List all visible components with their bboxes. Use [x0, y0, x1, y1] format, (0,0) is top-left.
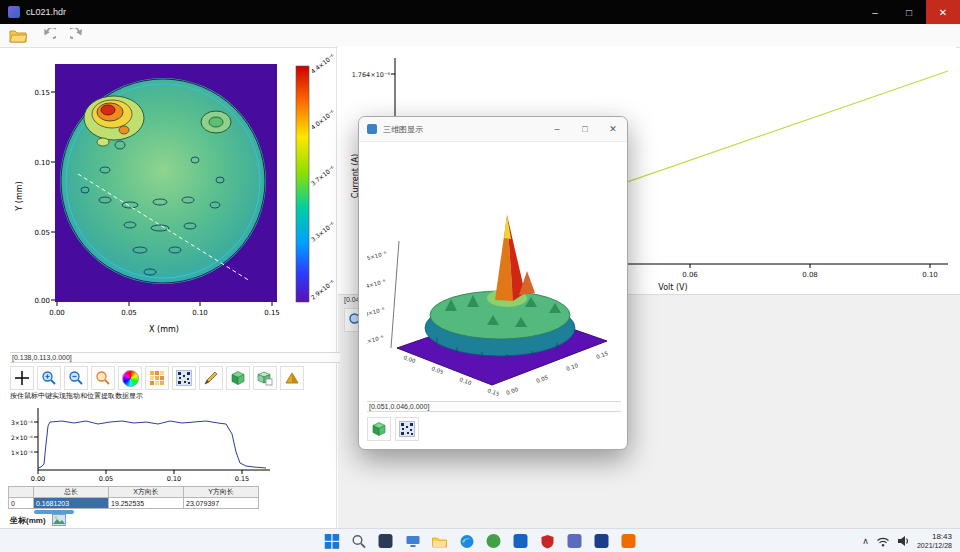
pencil-icon: [203, 370, 219, 386]
surface-gold-button[interactable]: [280, 366, 304, 390]
x3d-tick: 0.05: [431, 365, 445, 375]
color-wheel-icon: [122, 370, 139, 387]
window-3d-title: 三维图显示: [383, 124, 423, 135]
contour-xtick: 0.00: [49, 309, 65, 317]
colorbar-tick: 2.9×10⁻⁶: [309, 278, 336, 301]
window-3d-cube-button[interactable]: [367, 417, 391, 441]
profile-ytick: 1×10⁻⁶: [11, 449, 34, 456]
undo-arrow-icon: [40, 28, 56, 44]
taskbar-app-navy[interactable]: [593, 532, 611, 550]
palette-grid-icon: [149, 370, 165, 386]
open-file-button[interactable]: [6, 25, 30, 47]
image-thumbnail-icon[interactable]: [52, 514, 66, 526]
navy-app-icon: [595, 534, 609, 548]
volume-icon[interactable]: [897, 535, 910, 547]
contour-xtick: 0.15: [264, 309, 280, 317]
table-cell[interactable]: 19.252535: [109, 498, 184, 509]
cursor-position-readout: [0.138,0.113,0.000]: [10, 352, 340, 363]
window-3d-toolbar: [367, 417, 419, 441]
zoom-in-icon: [41, 370, 57, 386]
taskbar-app-monitor[interactable]: [404, 532, 422, 550]
z-tick: 4×10⁻⁶: [367, 278, 387, 289]
green-app-icon: [487, 534, 501, 548]
iv-xtick-label: 0.06: [682, 271, 698, 279]
peak-highlight: [504, 215, 511, 239]
taskbar-search[interactable]: [350, 532, 368, 550]
contour-ytick: 0.15: [34, 89, 50, 97]
zoom-out-button[interactable]: [64, 366, 88, 390]
copy-3d-button[interactable]: [253, 366, 277, 390]
profile-plot[interactable]: 3×10⁻⁶ 2×10⁻⁶ 1×10⁻⁶ 0.00 0.05 0.10 0.15: [8, 400, 276, 484]
orange-app-icon: [622, 534, 636, 548]
window-3d-minimize[interactable]: –: [543, 117, 571, 141]
windows-start-icon: [324, 534, 339, 549]
profile-xtick: 0.00: [31, 475, 45, 483]
taskbar-app-dark[interactable]: [377, 532, 395, 550]
iv-xlabel: Volt (V): [658, 283, 687, 292]
app-window: cL021.hdr – □ ✕ [: [0, 0, 960, 552]
redo-arrow-icon: [70, 28, 86, 44]
contour-xlabel: X (mm): [149, 325, 179, 334]
colorbar: [296, 66, 309, 302]
y3d-tick: 0.15: [595, 350, 609, 360]
app-icon: [8, 6, 20, 18]
colorbar-tick: 4.0×10⁻⁶: [309, 108, 336, 131]
y3d-tick: 0.00: [505, 386, 519, 396]
measurement-table: 总长 X方向长 Y方向长 0 0.1681203 19.252535 23.07…: [8, 486, 259, 509]
matrix-icon: [399, 421, 415, 437]
maximize-button[interactable]: □: [892, 0, 926, 24]
iv-ytick-label: 1.764×10⁻⁶: [352, 71, 391, 79]
contour-ytick: 0.10: [34, 159, 50, 167]
zoom-in-button[interactable]: [37, 366, 61, 390]
taskbar-explorer[interactable]: [431, 532, 449, 550]
redo-button[interactable]: [66, 25, 90, 47]
table-cell-selected[interactable]: 0.1681203: [34, 498, 109, 509]
taskbar-clock[interactable]: 18:43 2021/12/28: [917, 533, 952, 549]
taskbar-mcafee[interactable]: [539, 532, 557, 550]
colormap-button[interactable]: [118, 366, 142, 390]
z-tick: 3×10⁻⁶: [367, 306, 386, 317]
edit-button[interactable]: [199, 366, 223, 390]
wifi-icon[interactable]: [876, 536, 890, 547]
table-header: Y方向长: [184, 487, 259, 498]
minimize-button[interactable]: –: [858, 0, 892, 24]
colorbar-tick: 3.3×10⁻⁶: [309, 220, 336, 243]
tray-chevron-icon[interactable]: ∧: [862, 536, 869, 546]
table-header: [9, 487, 34, 498]
window-3d-close[interactable]: ✕: [599, 117, 627, 141]
shield-icon: [541, 534, 555, 549]
coord-label: 坐标(mm): [10, 515, 46, 526]
contour-xtick: 0.05: [121, 309, 137, 317]
palette-button[interactable]: [145, 366, 169, 390]
taskbar-app-blue[interactable]: [512, 532, 530, 550]
wafer-contour-plot[interactable]: 0.15 0.10 0.05 0.00 0.00 0.05 0.10 0.15 …: [10, 50, 340, 350]
contour-xtick: 0.10: [192, 309, 208, 317]
window-3d-titlebar[interactable]: 三维图显示 – □ ✕: [359, 117, 627, 142]
table-row[interactable]: 0 0.1681203 19.252535 23.079397: [9, 498, 259, 509]
window-title: cL021.hdr: [26, 7, 66, 17]
edge-browser-icon: [459, 534, 474, 549]
zoom-reset-button[interactable]: [91, 366, 115, 390]
matrix-view-button[interactable]: [172, 366, 196, 390]
profile-xtick: 0.05: [99, 475, 113, 483]
surface-3d-button[interactable]: [226, 366, 250, 390]
crosshair-button[interactable]: [10, 366, 34, 390]
table-cell[interactable]: 0: [9, 498, 34, 509]
z-tick: 2×10⁻⁶: [367, 334, 385, 345]
gold-surface-icon: [284, 370, 300, 386]
window-3d-matrix-button[interactable]: [395, 417, 419, 441]
contour-ylabel: Y (mm): [15, 181, 24, 211]
taskbar-app-purple[interactable]: [566, 532, 584, 550]
purple-app-icon: [568, 534, 582, 548]
taskbar-edge[interactable]: [458, 532, 476, 550]
start-button[interactable]: [323, 532, 341, 550]
table-cell[interactable]: 23.079397: [184, 498, 259, 509]
undo-button[interactable]: [36, 25, 60, 47]
close-button[interactable]: ✕: [926, 0, 960, 24]
zoom-reset-icon: [95, 370, 111, 386]
dark-app-icon: [379, 534, 393, 548]
taskbar-app-orange[interactable]: [620, 532, 638, 550]
surface-3d-plot[interactable]: 5×10⁻⁶ 4×10⁻⁶ 3×10⁻⁶ 2×10⁻⁶: [367, 143, 617, 399]
window-3d-maximize[interactable]: □: [571, 117, 599, 141]
taskbar-app-green[interactable]: [485, 532, 503, 550]
